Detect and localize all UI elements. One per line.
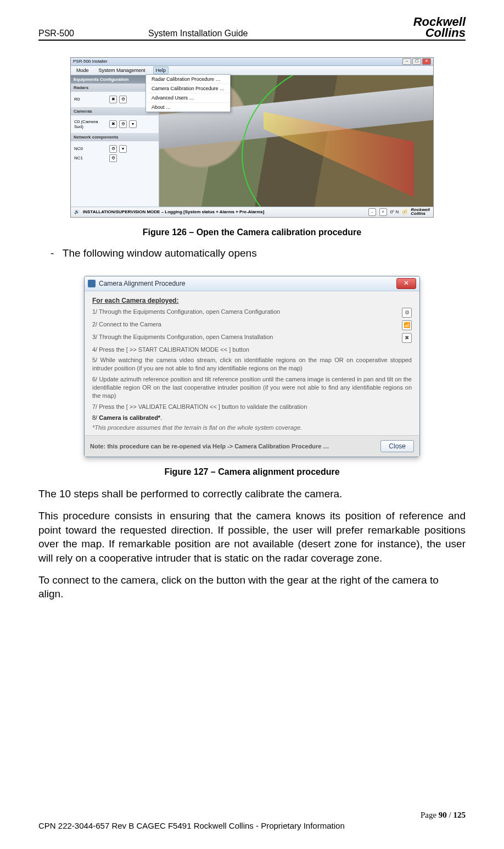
body-paragraph: To connect to the camera, click on the b… — [38, 573, 466, 601]
network-row: NC0 ⚙ ▾ — [74, 145, 155, 153]
heading-value: 0° N — [390, 209, 399, 214]
dropdown-item[interactable]: Advanced Users … — [146, 93, 230, 103]
body-paragraph: The 10 steps shall be performed to corre… — [38, 487, 466, 501]
dialog-heading: For each Camera deployed: — [92, 297, 412, 304]
header-left: PSR-500 — [38, 29, 148, 38]
minimize-icon[interactable]: – — [402, 58, 411, 65]
body-paragraph: This procedure consists in ensuring that… — [38, 509, 466, 565]
coverage-circle-icon — [242, 75, 433, 207]
proprietary-notice: CPN 222-3044-657 Rev B CAGEC F5491 Rockw… — [38, 821, 466, 830]
zoom-in-icon[interactable]: + — [379, 208, 387, 216]
dialog-titlebar: Camera Alignment Procedure ✕ — [85, 276, 419, 291]
radar-row: R0 ✖ ⚙ — [74, 96, 155, 103]
status-bar: 🔊 INSTALLATION/SUPERVISION MODE – Loggin… — [71, 207, 433, 217]
step-row: 3/ Through the Equipments Configuration,… — [92, 333, 412, 343]
tools-icon: ✖ — [402, 333, 412, 343]
camera-alignment-dialog: Camera Alignment Procedure ✕ For each Ca… — [84, 276, 420, 458]
body-bullet: - The following window automatically ope… — [51, 247, 466, 259]
gear-icon[interactable]: ⚙ — [119, 120, 127, 128]
maximize-icon[interactable]: ▢ — [412, 58, 421, 65]
camera-row: C0 (Camera Sud) ✖ ⚙ ▾ — [74, 119, 155, 129]
dropdown-item[interactable]: Radar Calibration Procedure … — [146, 75, 230, 84]
step-row: 1/ Through the Equipments Configuration,… — [92, 308, 412, 318]
dialog-footer: Note: this procedure can be re-opened vi… — [85, 435, 419, 457]
step-row: 6/ Update azimuth reference position and… — [92, 375, 412, 400]
menu-help[interactable]: Help — [153, 66, 169, 74]
compass-icon: 🧭 — [402, 209, 407, 214]
gear-icon: ⚙ — [402, 308, 412, 318]
footer-note: Note: this procedure can be re-opened vi… — [90, 443, 329, 450]
installer-screenshot: PSR-500 Installer – ▢ ✕ Mode System Mana… — [70, 57, 434, 218]
menubar: Mode System Management Help — [71, 66, 433, 75]
tools-icon[interactable]: ✖ — [109, 96, 117, 103]
dropdown-item[interactable]: About … — [146, 103, 230, 112]
page-footer: Page 90 / 125 CPN 222-3044-657 Rev B CAG… — [38, 811, 466, 830]
expand-icon[interactable]: ▾ — [119, 145, 127, 153]
dialog-title: Camera Alignment Procedure — [99, 280, 185, 287]
section-network: Network components — [71, 133, 159, 141]
speaker-icon[interactable]: 🔊 — [74, 209, 80, 214]
zoom-out-icon[interactable]: - — [368, 208, 376, 216]
page-header: PSR-500 System Installation Guide Rockwe… — [38, 16, 466, 41]
window-title: PSR-500 Installer — [73, 59, 108, 64]
step-row: 7/ Press the [ >> VALIDATE CALIBRATION <… — [92, 403, 412, 411]
close-icon[interactable]: ✕ — [422, 58, 431, 65]
window-titlebar: PSR-500 Installer – ▢ ✕ — [71, 58, 433, 66]
rockwell-collins-logo: RockwellCollins — [411, 208, 430, 216]
menu-mode[interactable]: Mode — [74, 67, 91, 74]
close-button[interactable]: Close — [380, 440, 414, 452]
dropdown-item[interactable]: Camera Calibration Procedure … — [146, 84, 230, 93]
rockwell-collins-logo: Rockwell Collins — [404, 16, 466, 38]
expand-icon[interactable]: ▾ — [129, 120, 137, 128]
close-icon[interactable]: ✕ — [396, 278, 416, 289]
figure-caption: Figure 127 – Camera alignment procedure — [38, 467, 466, 477]
gear-icon[interactable]: ⚙ — [109, 154, 117, 162]
page-number: Page 90 / 125 — [38, 811, 466, 820]
status-text: INSTALLATION/SUPERVISION MODE – Logging … — [83, 209, 264, 214]
gear-icon[interactable]: ⚙ — [119, 96, 127, 103]
menu-system-management[interactable]: System Management — [97, 67, 148, 74]
tools-icon[interactable]: ✖ — [109, 120, 117, 128]
gear-icon[interactable]: ⚙ — [109, 145, 117, 153]
step-row: 5/ While watching the camera video strea… — [92, 356, 412, 373]
step-row: 8/ Camera is calibrated*. — [92, 414, 412, 422]
step-row: 4/ Press the [ >> START CALIBRATION MODE… — [92, 346, 412, 354]
app-icon — [88, 280, 96, 287]
network-row: NC1 ⚙ — [74, 154, 155, 162]
header-title: System Installation Guide — [148, 29, 404, 38]
figure-caption: Figure 126 – Open the Camera calibration… — [38, 227, 466, 237]
footnote: *This procedure assumes that the terrain… — [92, 424, 412, 431]
wifi-icon: 📶 — [402, 320, 412, 330]
help-dropdown: Radar Calibration Procedure … Camera Cal… — [145, 74, 231, 112]
step-row: 2/ Connect to the Camera📶 — [92, 320, 412, 330]
